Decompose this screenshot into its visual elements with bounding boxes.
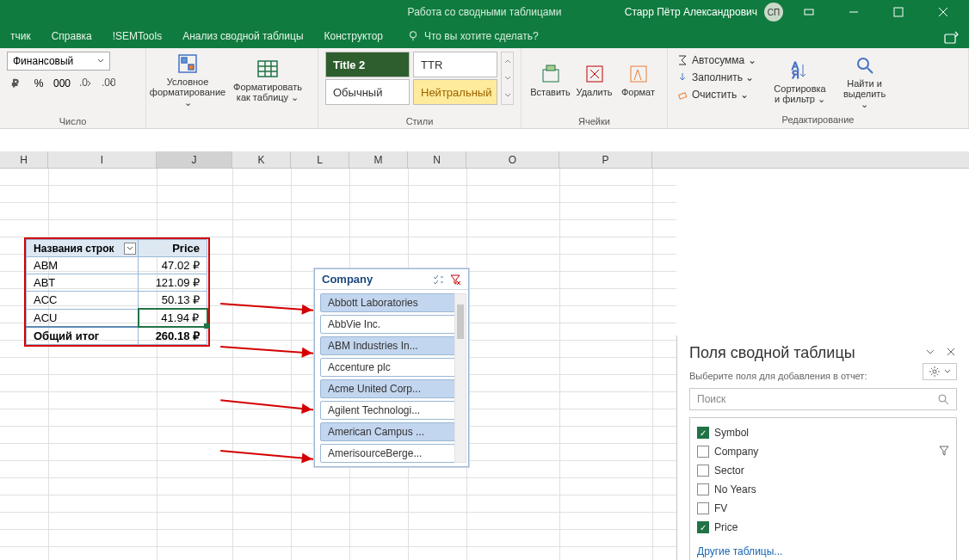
tab-design[interactable]: Конструктор xyxy=(314,24,393,48)
minimize-icon[interactable] xyxy=(835,0,873,24)
worksheet[interactable]: Названия строк Price ABM47.02 ₽ ABT121.0… xyxy=(0,169,969,560)
col-J[interactable]: J xyxy=(157,151,232,168)
style-normal[interactable]: Обычный xyxy=(325,79,410,105)
ribbon-display-icon[interactable] xyxy=(790,0,828,24)
svg-rect-13 xyxy=(188,65,194,70)
tab-semtools[interactable]: !SEMTools xyxy=(102,24,172,48)
slicer-item[interactable]: American Campus ... xyxy=(320,422,463,441)
slicer-item[interactable]: AbbVie Inc. xyxy=(320,315,463,334)
slicer-item[interactable]: Acme United Corp... xyxy=(320,379,463,398)
insert-button[interactable]: Вставить xyxy=(528,52,572,108)
context-title: Работа со сводными таблицами xyxy=(408,6,562,18)
checkbox[interactable] xyxy=(697,446,709,458)
slicer-item[interactable]: Accenture plc xyxy=(320,358,463,377)
slicer-title: Company xyxy=(322,273,373,286)
fields-layout-button[interactable] xyxy=(923,363,957,380)
style-neutral[interactable]: Нейтральный xyxy=(413,79,497,105)
other-tables-link[interactable]: Другие таблицы... xyxy=(697,545,949,557)
svg-text:₽: ₽ xyxy=(12,77,19,89)
field-item[interactable]: Symbol xyxy=(697,423,949,442)
decrease-decimal-icon[interactable]: .00 xyxy=(98,74,119,93)
format-as-table-icon xyxy=(256,58,279,80)
price-header[interactable]: Price xyxy=(139,240,207,257)
pivot-row-name[interactable]: ABT xyxy=(27,274,139,292)
slicer-item[interactable]: Abbott Laboratories xyxy=(320,293,463,312)
comma-icon[interactable]: 000 xyxy=(50,74,74,93)
col-P[interactable]: P xyxy=(559,151,652,168)
pivot-row-name[interactable]: ACU xyxy=(27,309,139,327)
accounting-format-icon[interactable]: ₽ xyxy=(7,74,28,93)
col-L[interactable]: L xyxy=(291,151,349,168)
field-item[interactable]: FV xyxy=(697,499,949,518)
clear-filter-icon[interactable] xyxy=(449,274,461,286)
pivot-row-name[interactable]: ABM xyxy=(27,257,139,274)
field-item[interactable]: Sector xyxy=(697,461,949,480)
fields-search-input[interactable]: Поиск xyxy=(689,388,957,410)
pivot-total-value[interactable]: 260.18 ₽ xyxy=(139,327,207,345)
slicer-scrollbar[interactable] xyxy=(454,293,466,463)
svg-point-35 xyxy=(939,395,946,402)
col-I[interactable]: I xyxy=(48,151,157,168)
pivot-row-price[interactable]: 41.94 ₽ xyxy=(139,309,207,327)
pivot-row-name[interactable]: ACC xyxy=(27,292,139,310)
col-O[interactable]: O xyxy=(466,151,559,168)
format-as-table-button[interactable]: Форматировать как таблицу ⌄ xyxy=(225,52,311,108)
col-N[interactable]: N xyxy=(408,151,466,168)
clear-button[interactable]: Очистить ⌄ xyxy=(676,86,756,103)
checkbox[interactable] xyxy=(697,465,709,477)
format-button[interactable]: Формат xyxy=(616,52,660,108)
pivot-row-price[interactable]: 121.09 ₽ xyxy=(139,274,207,292)
chevron-down-icon[interactable] xyxy=(924,346,936,358)
style-title2[interactable]: Title 2 xyxy=(325,52,410,77)
sigma-icon xyxy=(676,54,688,66)
number-format-dropdown[interactable]: Финансовый xyxy=(7,52,110,71)
svg-line-29 xyxy=(867,68,873,73)
group-cells-label: Ячейки xyxy=(528,114,660,126)
styles-expand-button[interactable] xyxy=(501,52,514,105)
col-M[interactable]: M xyxy=(349,151,408,168)
slicer-item[interactable]: ABM Industries In... xyxy=(320,336,463,355)
field-item[interactable]: Price xyxy=(697,518,949,537)
conditional-formatting-button[interactable]: Условное форматирование ⌄ xyxy=(153,52,222,108)
filter-dropdown-icon[interactable] xyxy=(124,243,136,255)
close-icon[interactable] xyxy=(924,0,962,24)
pivot-table[interactable]: Названия строк Price ABM47.02 ₽ ABT121.0… xyxy=(26,239,208,345)
checkbox[interactable] xyxy=(697,427,709,439)
style-ttr[interactable]: TTR xyxy=(413,52,497,77)
field-label: No Years xyxy=(714,483,756,495)
slicer-company[interactable]: Company Abbott LaboratoriesAbbVie Inc.AB… xyxy=(314,268,469,467)
row-labels-header[interactable]: Названия строк xyxy=(27,240,139,257)
find-select-button[interactable]: Найти и выделить ⌄ xyxy=(839,53,891,110)
pivot-row-price[interactable]: 50.13 ₽ xyxy=(139,292,207,310)
share-icon[interactable] xyxy=(943,31,959,49)
user-avatar[interactable]: СП xyxy=(764,3,783,22)
field-label: Sector xyxy=(714,465,744,477)
checkbox[interactable] xyxy=(697,521,709,533)
checkbox[interactable] xyxy=(697,502,709,514)
field-item[interactable]: Company xyxy=(697,442,949,461)
col-K[interactable]: K xyxy=(232,151,291,168)
maximize-icon[interactable] xyxy=(880,0,917,24)
filter-icon[interactable] xyxy=(939,446,949,458)
col-H[interactable]: H xyxy=(0,151,48,168)
tab-help[interactable]: Справка xyxy=(41,24,102,48)
fill-button[interactable]: Заполнить ⌄ xyxy=(676,69,756,86)
svg-point-34 xyxy=(933,370,936,373)
field-item[interactable]: No Years xyxy=(697,480,949,499)
tell-me[interactable]: Что вы хотите сделать? xyxy=(407,30,539,42)
percent-icon[interactable]: % xyxy=(29,74,48,93)
increase-decimal-icon[interactable]: .0 xyxy=(76,74,96,93)
slicer-item[interactable]: Agilent Technologi... xyxy=(320,401,463,420)
delete-button[interactable]: Удалить xyxy=(572,52,616,108)
multi-select-icon[interactable] xyxy=(432,274,444,286)
close-icon[interactable] xyxy=(945,346,957,358)
tab-0[interactable]: тчик xyxy=(0,24,41,48)
checkbox[interactable] xyxy=(697,483,709,495)
tab-pivot-analyze[interactable]: Анализ сводной таблицы xyxy=(172,24,313,48)
pivot-total-label[interactable]: Общий итог xyxy=(27,327,139,345)
slicer-item[interactable]: AmerisourceBerge... xyxy=(320,444,463,463)
pivot-row-price[interactable]: 47.02 ₽ xyxy=(139,257,207,274)
sort-filter-button[interactable]: AЯ Сортировка и фильтр ⌄ xyxy=(770,53,830,110)
pivot-table-highlight: Названия строк Price ABM47.02 ₽ ABT121.0… xyxy=(24,237,210,347)
autosum-button[interactable]: Автосумма ⌄ xyxy=(676,52,756,69)
